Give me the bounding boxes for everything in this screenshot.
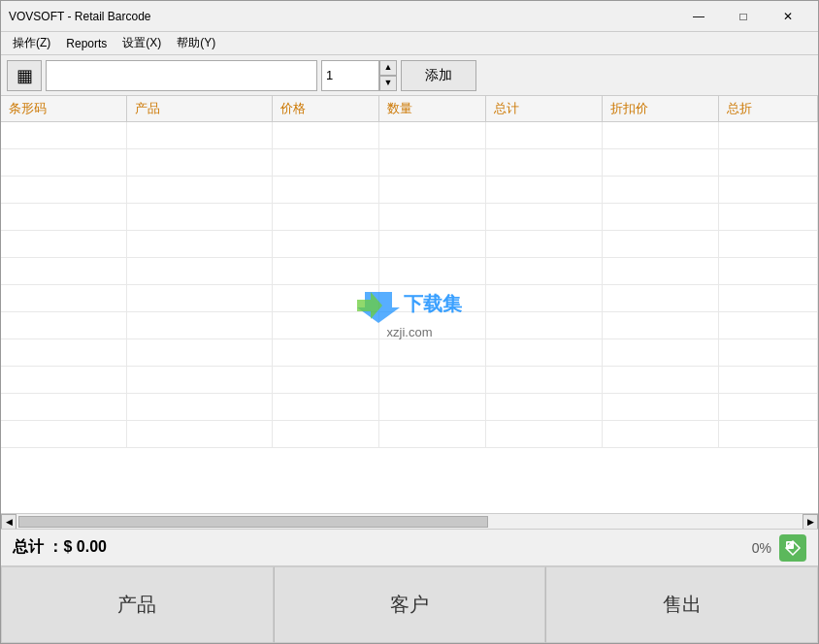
cell <box>486 367 603 393</box>
table-row <box>1 258 818 285</box>
cell <box>127 367 273 393</box>
cell <box>273 149 379 176</box>
scroll-left-button[interactable]: ◀ <box>1 514 16 530</box>
close-button[interactable]: ✕ <box>766 2 810 31</box>
col-header-qty: 数量 <box>379 96 486 121</box>
minimize-button[interactable]: — <box>676 2 721 31</box>
cell <box>603 149 719 176</box>
cell <box>127 339 273 366</box>
cell <box>1 177 127 203</box>
table-row <box>1 122 818 149</box>
products-button[interactable]: 产品 <box>1 566 274 643</box>
barcode-input[interactable] <box>46 60 317 91</box>
customers-button[interactable]: 客户 <box>274 566 546 643</box>
col-header-discount: 折扣价 <box>603 96 719 121</box>
cell <box>127 122 273 148</box>
cell <box>1 339 127 366</box>
cell <box>486 177 603 203</box>
quantity-wrapper: ▲ ▼ <box>321 60 397 91</box>
cell <box>719 204 818 230</box>
window-controls: — □ ✕ <box>676 2 810 31</box>
menu-bar: 操作(Z) Reports 设置(X) 帮助(Y) <box>1 32 818 55</box>
menu-operations[interactable]: 操作(Z) <box>5 33 58 54</box>
bottom-buttons: 产品 客户 售出 <box>1 565 818 643</box>
cell <box>719 339 818 366</box>
cell <box>379 285 486 311</box>
horizontal-scrollbar[interactable]: ◀ ▶ <box>1 513 818 529</box>
cell <box>486 285 603 311</box>
cell <box>273 339 379 366</box>
cell <box>379 122 486 148</box>
cell <box>273 367 379 393</box>
cell <box>719 258 818 284</box>
cell <box>603 394 719 420</box>
cell <box>603 258 719 284</box>
maximize-button[interactable]: □ <box>721 2 766 31</box>
cell <box>486 231 603 257</box>
scrollbar-track[interactable] <box>18 516 801 528</box>
discount-percentage: 0% <box>752 540 771 556</box>
add-button[interactable]: 添加 <box>401 60 476 91</box>
cell <box>486 421 603 447</box>
quantity-down-button[interactable]: ▼ <box>379 76 397 91</box>
col-header-total: 总计 <box>486 96 603 121</box>
cell <box>603 204 719 230</box>
scrollbar-thumb[interactable] <box>18 516 488 528</box>
cell <box>273 122 379 148</box>
cell <box>379 339 486 366</box>
scroll-right-button[interactable]: ▶ <box>803 514 818 530</box>
cell <box>127 149 273 176</box>
window-title: VOVSOFT - Retail Barcode <box>9 10 676 23</box>
menu-reports[interactable]: Reports <box>58 33 115 54</box>
table-row <box>1 177 818 204</box>
table-row <box>1 312 818 339</box>
cell <box>603 285 719 311</box>
cell <box>719 231 818 257</box>
discount-tag-button[interactable] <box>779 534 806 562</box>
barcode-icon-button[interactable]: ▦ <box>7 60 42 91</box>
cell <box>719 285 818 311</box>
status-bar: 总计 ：$ 0.00 0% <box>1 529 818 565</box>
main-window: VOVSOFT - Retail Barcode — □ ✕ 操作(Z) Rep… <box>0 0 819 644</box>
cell <box>379 204 486 230</box>
cell <box>1 204 127 230</box>
cell <box>379 149 486 176</box>
cell <box>486 258 603 284</box>
cell <box>719 177 818 203</box>
cell <box>603 421 719 447</box>
cell <box>127 394 273 420</box>
cell <box>379 394 486 420</box>
cell <box>379 312 486 338</box>
cell <box>486 204 603 230</box>
menu-settings[interactable]: 设置(X) <box>115 33 169 54</box>
cell <box>486 312 603 338</box>
cell <box>273 204 379 230</box>
tag-icon <box>784 539 802 557</box>
table-row <box>1 394 818 421</box>
table-row <box>1 285 818 312</box>
barcode-icon: ▦ <box>16 65 33 86</box>
cell <box>127 421 273 447</box>
table-row <box>1 231 818 258</box>
cell <box>379 421 486 447</box>
cell <box>1 285 127 311</box>
cell <box>127 231 273 257</box>
table-row <box>1 339 818 367</box>
toolbar: ▦ ▲ ▼ 添加 <box>1 55 818 96</box>
cell <box>719 122 818 148</box>
cell <box>273 258 379 284</box>
table-row <box>1 421 818 448</box>
cell <box>273 312 379 338</box>
quantity-input[interactable] <box>321 60 379 91</box>
sell-button[interactable]: 售出 <box>545 566 818 643</box>
table-row <box>1 149 818 177</box>
cell <box>486 149 603 176</box>
cell <box>603 177 719 203</box>
menu-help[interactable]: 帮助(Y) <box>169 33 223 54</box>
cell <box>719 367 818 393</box>
cell <box>127 204 273 230</box>
cell <box>486 122 603 148</box>
quantity-up-button[interactable]: ▲ <box>379 60 397 76</box>
cell <box>719 149 818 176</box>
cell <box>603 122 719 148</box>
